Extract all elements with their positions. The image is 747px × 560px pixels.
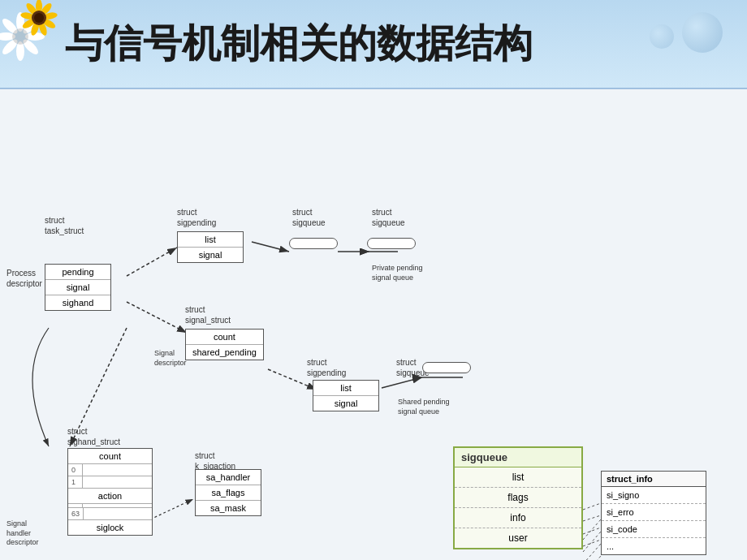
sa-flags: sa_flags	[196, 485, 261, 501]
signal-descriptor-label: Signaldescriptor	[154, 349, 187, 368]
sighand-struct-box: count 0 1 action 63 siglock	[67, 448, 153, 536]
sighand-struct-label: structsighand_struct	[67, 426, 120, 447]
process-descriptor-label: Processdescriptor	[6, 268, 42, 289]
svg-line-37	[583, 503, 601, 510]
bubble-decoration-2	[650, 24, 674, 49]
shared-pending-label: Shared pendingsignal queue	[398, 398, 450, 416]
sigpending-bottom-signal: signal	[313, 396, 378, 411]
header: 与信号机制相关的数据结构	[0, 0, 747, 89]
svg-line-24	[252, 242, 289, 252]
struct-info-ellipsis: ...	[602, 538, 706, 554]
bubble-decoration-1	[682, 12, 723, 53]
signal-struct-shared-pending: shared_pending	[186, 345, 263, 360]
page-title: 与信号机制相关的数据结构	[65, 18, 533, 70]
svg-line-35	[583, 544, 601, 560]
sigqueue-panel-info: info	[455, 508, 581, 528]
sigqueue-top2-box	[367, 238, 416, 249]
svg-line-32	[150, 499, 193, 519]
struct-info-si-signo: si_signo	[602, 487, 706, 504]
sigpending-bottom-list: list	[313, 381, 378, 396]
task-struct-signal: signal	[45, 280, 110, 295]
svg-line-39	[583, 528, 601, 534]
sigpending-top-label: structsigpending	[177, 207, 216, 228]
svg-line-27	[127, 302, 187, 333]
sigqueue-top1-box	[289, 238, 338, 249]
diagram-area: Processdescriptor structtask_struct pend…	[0, 89, 747, 560]
sigqueue-top2-label: structsigqueue	[372, 207, 405, 228]
signal-struct-count: count	[186, 330, 263, 345]
svg-line-30	[382, 377, 422, 388]
signal-struct-label: structsignal_struct	[185, 304, 231, 325]
private-pending-label: Private pendingsignal queue	[372, 264, 423, 282]
struct-info-si-code: si_code	[602, 521, 706, 538]
struct-info-si-erro: si_erro	[602, 504, 706, 521]
sigpending-top-list: list	[178, 232, 243, 248]
flower-decoration	[0, 0, 65, 65]
svg-line-34	[583, 532, 601, 552]
sigqueue-panel: sigqueue list flags info user	[453, 446, 583, 549]
svg-line-36	[583, 556, 601, 560]
sigqueue-panel-user: user	[455, 528, 581, 548]
svg-point-8	[12, 28, 28, 45]
sigqueue-bottom-box	[422, 362, 471, 373]
svg-line-33	[583, 519, 601, 540]
svg-line-40	[583, 540, 601, 546]
sigqueue-panel-flags: flags	[455, 488, 581, 508]
sigpending-bottom-box: list signal	[313, 380, 379, 411]
task-struct-sighand: sighand	[45, 295, 110, 310]
sigqueue-panel-title: sigqueue	[455, 448, 581, 467]
signal-handler-label: Signalhandlerdescriptor	[6, 519, 39, 548]
sighand-count: count	[68, 449, 152, 464]
ksigaction-box: sa_handler sa_flags sa_mask	[195, 469, 261, 516]
struct-info-panel: struct_info si_signo si_erro si_code ...	[601, 471, 706, 555]
sigpending-top-signal: signal	[178, 248, 243, 262]
svg-point-19	[34, 13, 44, 23]
task-struct-label: structtask_struct	[45, 215, 84, 236]
task-struct-pending: pending	[45, 265, 110, 280]
svg-line-23	[127, 248, 177, 276]
signal-struct-box: count shared_pending	[185, 329, 264, 360]
sigpending-top-box: list signal	[177, 231, 244, 263]
sigqueue-panel-list: list	[455, 467, 581, 488]
sigpending-bottom-label: structsigpending	[307, 357, 346, 378]
svg-line-38	[583, 515, 601, 521]
task-struct-box: pending signal sighand	[45, 264, 111, 311]
sa-handler: sa_handler	[196, 470, 261, 485]
sigqueue-top1-label: structsigqueue	[292, 207, 326, 228]
sa-mask: sa_mask	[196, 501, 261, 515]
sighand-siglock: siglock	[68, 520, 152, 535]
struct-info-title: struct_info	[602, 472, 706, 487]
